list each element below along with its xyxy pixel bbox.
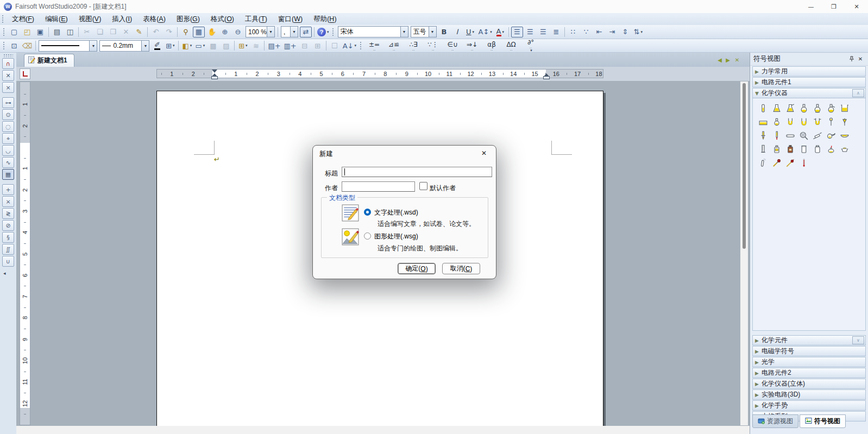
italic-button[interactable]: I xyxy=(451,27,463,37)
symbol-category-collapsed[interactable]: ▶实验电路(3D) xyxy=(752,389,866,400)
scroll-up-button[interactable]: ∧ xyxy=(852,89,864,97)
symbol-alcohol-lamp[interactable] xyxy=(825,143,837,155)
panel-tab-inactive[interactable]: 资源视图 xyxy=(752,414,798,428)
menu-item-o[interactable]: 格式(O) xyxy=(205,13,240,26)
symbol-wire-gauze[interactable] xyxy=(798,130,810,142)
symbol-evaporating-dish[interactable] xyxy=(839,130,851,142)
menu-item-e[interactable]: 编辑(E) xyxy=(40,13,73,26)
redo-button[interactable]: ↷ xyxy=(163,27,175,37)
polyline-tool[interactable]: ≷ xyxy=(2,208,14,219)
symbol-gas-jar[interactable] xyxy=(798,143,810,155)
punctuation-combo[interactable]: ,▼ xyxy=(281,26,298,37)
chevron-down-icon[interactable]: ▼ xyxy=(141,41,149,51)
chevron-down-icon[interactable]: ▾ xyxy=(190,43,192,48)
print-preview-button[interactable]: ◫ xyxy=(64,27,76,37)
graphics-processing-radio[interactable] xyxy=(364,232,371,240)
symbol-round-flask[interactable] xyxy=(798,103,810,115)
symbols-arrows-button[interactable]: ⇒↓‥ xyxy=(463,40,481,52)
menu-item-h[interactable]: 帮助(H) xyxy=(308,13,342,26)
pan-hand-button[interactable]: ✋ xyxy=(206,27,218,37)
panel-tab-active[interactable]: 符号视图 xyxy=(800,414,846,428)
symbol-wide-bottle[interactable] xyxy=(812,143,823,155)
vertical-ruler[interactable]: 21123456789101112 xyxy=(20,81,30,425)
s-curve-tool[interactable]: § xyxy=(2,232,14,243)
symbol-thistle-funnel[interactable] xyxy=(825,116,837,128)
left-indent-marker[interactable] xyxy=(211,76,218,79)
chevron-down-icon[interactable]: ▾ xyxy=(641,30,643,34)
zoom-out-button[interactable]: ⊖ xyxy=(232,27,244,37)
print-button[interactable]: ▤ xyxy=(51,27,63,37)
chevron-down-icon[interactable]: ▾ xyxy=(203,43,205,48)
font-size-combo[interactable]: 五号▼ xyxy=(411,26,437,37)
chevron-down-icon[interactable]: ▾ xyxy=(327,30,329,34)
symbol-brown-bottle[interactable] xyxy=(784,143,796,155)
toolbar-grip[interactable] xyxy=(3,28,5,36)
line-spacing-button[interactable]: ⇕ xyxy=(619,27,631,37)
circle-points-tool[interactable]: ◌ xyxy=(2,121,14,132)
paste-button[interactable]: ❒ xyxy=(107,27,119,37)
symbol-category-collapsed[interactable]: ▶电磁学符号 xyxy=(752,346,866,356)
open-document-button[interactable]: ◰ xyxy=(21,27,33,37)
symbol-thermometer[interactable] xyxy=(798,157,810,169)
symbol-retort[interactable] xyxy=(825,130,837,142)
symbols-because-button[interactable]: ∵⋮‥ xyxy=(424,40,442,52)
segment-tool[interactable]: ⊶ xyxy=(2,97,14,108)
double-curve-tool[interactable]: ∬ xyxy=(2,244,14,255)
symbols-therefore-button[interactable]: ∴∃‥ xyxy=(405,40,422,52)
chevron-down-icon[interactable]: ▾ xyxy=(173,43,175,48)
symbols-greek-button[interactable]: αβ‥ xyxy=(483,40,500,52)
line-style-combo[interactable]: ▼ xyxy=(39,40,97,52)
vertical-scrollbar[interactable] xyxy=(740,81,748,425)
word-processing-radio[interactable] xyxy=(364,209,371,216)
toolbar-grip[interactable] xyxy=(3,41,5,50)
menu-item-i[interactable]: 插入(I) xyxy=(106,13,137,26)
menu-item-g[interactable]: 图形(G) xyxy=(171,13,205,26)
insert-column-button[interactable]: ▥+ xyxy=(283,40,298,51)
symbol-separating-funnel[interactable] xyxy=(839,116,851,128)
symbol-u-tube-2[interactable] xyxy=(798,116,810,128)
symbol-category-collapsed[interactable]: ▶电路元件1 xyxy=(752,77,866,87)
arc-tool[interactable]: ◡ xyxy=(2,145,14,156)
symbol-category-collapsed[interactable]: ▶化学元件∨ xyxy=(752,335,866,345)
font-name-combo[interactable]: 宋体▼ xyxy=(338,26,408,37)
delete-point-tool[interactable]: × xyxy=(2,82,14,93)
symbol-category-expanded[interactable]: ▼化学仪器∧ xyxy=(752,88,866,98)
vertical-scrollbar-thumb[interactable] xyxy=(743,83,746,249)
cut-button[interactable]: ✂ xyxy=(81,27,93,37)
dialog-close-button[interactable]: ✕ xyxy=(476,148,492,159)
merge-cells-button[interactable]: ⊟ xyxy=(299,40,311,51)
symbol-graduated-cylinder[interactable] xyxy=(757,143,769,155)
chevron-down-icon[interactable]: ▾ xyxy=(530,48,532,53)
zoom-in-button[interactable]: ⊕ xyxy=(219,27,231,37)
tab-scroll-right-button[interactable]: ▶ xyxy=(724,55,732,64)
symbol-category-collapsed[interactable]: ▶化学仪器(立体) xyxy=(752,379,866,389)
midpoint-tool[interactable]: ⌖ xyxy=(2,133,14,144)
dotted-list-button[interactable]: ∵ xyxy=(580,27,592,37)
first-line-indent-marker[interactable] xyxy=(212,70,217,73)
symbol-category-collapsed[interactable]: ▶化学手势 xyxy=(752,400,866,411)
document-tab[interactable]: 新建文档1 xyxy=(24,54,74,67)
scroll-down-button[interactable]: ∨ xyxy=(852,336,864,344)
paragraph-spacing-button[interactable]: ⇅▾ xyxy=(632,27,644,37)
chevron-down-icon[interactable]: ▼ xyxy=(290,27,298,37)
help-button[interactable]: ?▾ xyxy=(317,27,330,37)
menu-item-t[interactable]: 工具(T) xyxy=(240,13,273,26)
symbol-conical-flask-sidearm[interactable] xyxy=(784,103,796,115)
indent-increase-button[interactable]: ⇥ xyxy=(606,27,618,37)
symbol-distilling-flask[interactable] xyxy=(825,103,837,115)
align-left-button[interactable]: ☰ xyxy=(511,27,523,37)
palette-collapse-button[interactable]: ◂ xyxy=(0,270,9,276)
bullet-list-button[interactable]: ∷ xyxy=(567,27,579,37)
undo-button[interactable]: ↶ xyxy=(150,27,162,37)
symbols-set-button[interactable]: ∈∪‥ xyxy=(444,40,461,52)
title-input[interactable] xyxy=(342,167,492,177)
copy-button[interactable]: ❏ xyxy=(94,27,106,37)
frame-edit-button[interactable]: ⊡ xyxy=(8,40,20,51)
chevron-down-icon[interactable]: ▼ xyxy=(89,41,97,51)
symbol-beaker[interactable] xyxy=(839,103,851,115)
symbols-pm-equals-button[interactable]: ±=‥ xyxy=(366,40,383,52)
menu-item-a[interactable]: 表格(A) xyxy=(137,13,171,26)
delete-intersection-tool[interactable]: ✕ xyxy=(2,70,14,81)
align-distribute-button[interactable]: ≣ xyxy=(550,27,562,37)
sort-button[interactable]: A↓▾ xyxy=(342,40,357,51)
